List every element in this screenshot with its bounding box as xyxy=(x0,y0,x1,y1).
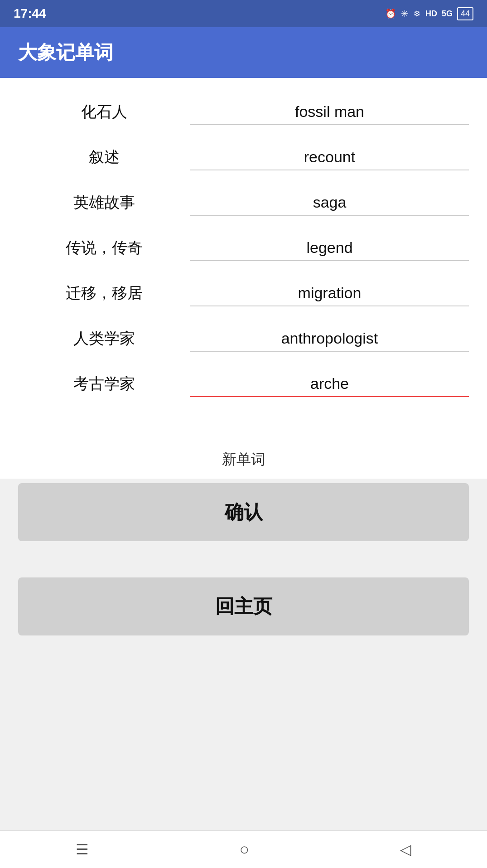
home-nav-icon[interactable]: ○ xyxy=(240,840,250,859)
english-input-container: fossil man xyxy=(190,99,469,125)
home-button[interactable]: 回主页 xyxy=(18,577,469,635)
status-bar: 17:44 ⏰ ✳ ❄ HD 5G 44 xyxy=(0,0,487,27)
english-input-container: recount xyxy=(190,145,469,170)
english-input-container: migration xyxy=(190,281,469,306)
battery-icon: 44 xyxy=(457,7,473,20)
english-display: fossil man xyxy=(195,103,464,121)
signal-icon: 5G xyxy=(442,9,453,19)
word-row: 叙述recount xyxy=(18,137,469,178)
chinese-label: 考古学家 xyxy=(18,373,190,394)
chinese-label: 化石人 xyxy=(18,102,190,122)
bottom-nav: ☰ ○ ◁ xyxy=(0,830,487,868)
word-row: 传说，传奇legend xyxy=(18,228,469,268)
english-display: recount xyxy=(195,148,464,166)
chinese-label: 迁移，移居 xyxy=(18,283,190,304)
app-title: 大象记单词 xyxy=(18,42,113,63)
english-display: saga xyxy=(195,194,464,211)
bottom-spacer xyxy=(0,649,487,830)
word-rows-container: 化石人fossil man叙述recount英雄故事saga传说，传奇legen… xyxy=(18,92,469,404)
bluetooth-icon: ✳ xyxy=(401,8,409,19)
english-input-active[interactable] xyxy=(195,375,464,393)
word-row: 迁移，移居migration xyxy=(18,273,469,314)
word-row: 人类学家anthropologist xyxy=(18,318,469,359)
confirm-button[interactable]: 确认 xyxy=(18,483,469,541)
main-content: 化石人fossil man叙述recount英雄故事saga传说，传奇legen… xyxy=(0,78,487,441)
chinese-label: 人类学家 xyxy=(18,328,190,349)
chinese-label: 传说，传奇 xyxy=(18,238,190,258)
chinese-label: 叙述 xyxy=(18,147,190,168)
alarm-icon: ⏰ xyxy=(385,8,396,19)
new-word-section: 新单词 xyxy=(0,441,487,479)
app-header: 大象记单词 xyxy=(0,27,487,78)
word-row: 考古学家 xyxy=(18,364,469,404)
status-time: 17:44 xyxy=(14,6,46,21)
english-display: migration xyxy=(195,284,464,302)
word-row: 化石人fossil man xyxy=(18,92,469,132)
status-icons: ⏰ ✳ ❄ HD 5G 44 xyxy=(385,7,473,20)
english-display: anthropologist xyxy=(195,330,464,347)
spacer xyxy=(0,546,487,564)
back-icon[interactable]: ◁ xyxy=(400,841,411,858)
word-row: 英雄故事saga xyxy=(18,182,469,223)
new-word-label: 新单词 xyxy=(18,450,469,470)
menu-icon[interactable]: ☰ xyxy=(76,841,89,858)
english-display: legend xyxy=(195,239,464,257)
wifi-icon: ❄ xyxy=(413,8,421,19)
hd-icon: HD xyxy=(425,9,437,19)
english-input-container: saga xyxy=(190,190,469,216)
english-input-container xyxy=(190,371,469,397)
chinese-label: 英雄故事 xyxy=(18,192,190,213)
english-input-container: legend xyxy=(190,235,469,261)
english-input-container: anthropologist xyxy=(190,326,469,352)
